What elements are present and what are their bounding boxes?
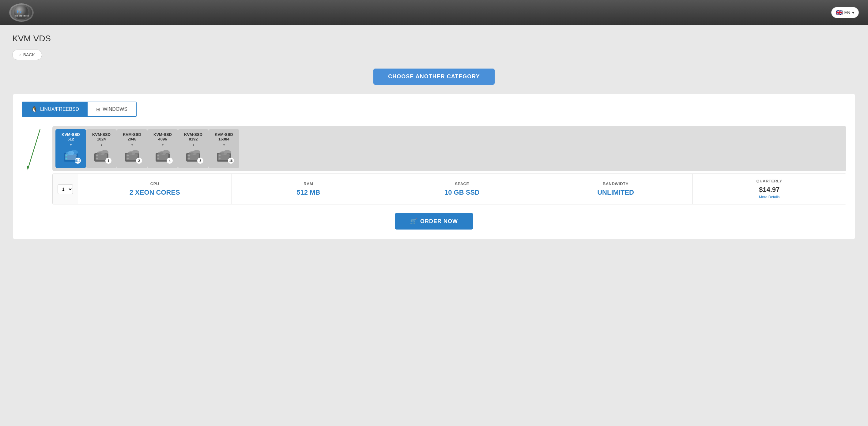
ram-cell: RAM 512 MB xyxy=(232,174,385,204)
plan-badge-512: 512 xyxy=(75,158,81,164)
logo-inner: hz hostzealot xyxy=(11,5,32,21)
plan-badge-16384: 16 xyxy=(228,158,234,164)
plan-cards-container: KVM-SSD 512 ▾ xyxy=(52,126,846,171)
svg-point-42 xyxy=(189,152,193,155)
plan-chevron-4096: ▾ xyxy=(162,143,163,146)
language-selector[interactable]: 🇬🇧 EN ▾ xyxy=(831,7,859,18)
back-button[interactable]: ‹ BACK xyxy=(12,50,42,60)
space-label: SPACE xyxy=(455,182,469,186)
plan-card-512[interactable]: KVM-SSD 512 ▾ xyxy=(56,129,86,168)
plan-card-8192[interactable]: KVM-SSD 8192 ▾ xyxy=(178,129,209,168)
cpu-value: 2 XEON CORES xyxy=(129,189,180,196)
plan-icon-wrap-512: 512 xyxy=(60,148,82,165)
quantity-stepper[interactable]: 1 2 3 4 5 xyxy=(58,184,73,194)
plan-chevron-8192: ▾ xyxy=(193,143,194,146)
svg-point-20 xyxy=(96,158,98,159)
svg-point-52 xyxy=(219,158,220,159)
tab-windows[interactable]: ⊞ WINDOWS xyxy=(88,102,136,116)
chevron-down-icon: ▾ xyxy=(852,10,854,15)
plan-card-1024[interactable]: KVM-SSD 1024 ▾ xyxy=(86,129,117,168)
svg-point-34 xyxy=(158,152,163,155)
arrow-svg xyxy=(22,126,46,175)
plan-icon-wrap-8192: 8 xyxy=(183,148,204,165)
os-tabs: 🐧 LINUX/FREEBSD ⊞ WINDOWS xyxy=(22,102,136,117)
back-arrow-icon: ‹ xyxy=(19,52,21,57)
logo-svg: hz hostzealot xyxy=(13,6,29,19)
cart-icon: 🛒 xyxy=(410,218,417,225)
plan-card-4096[interactable]: KVM-SSD 4096 ▾ xyxy=(147,129,178,168)
plan-name-512: KVM-SSD 512 xyxy=(62,132,80,141)
order-now-button[interactable]: 🛒 ORDER NOW xyxy=(395,213,473,230)
svg-point-36 xyxy=(157,158,159,159)
plan-name-1024: KVM-SSD 1024 xyxy=(92,132,111,141)
plan-name-8192: KVM-SSD 8192 xyxy=(184,132,203,141)
flag-icon: 🇬🇧 xyxy=(836,9,843,16)
category-btn-container: CHOOSE ANOTHER CATEGORY xyxy=(12,69,856,85)
svg-text:hz: hz xyxy=(17,9,22,14)
qty-cell: 1 2 3 4 5 xyxy=(53,174,78,204)
back-label: BACK xyxy=(23,52,35,57)
choose-category-button[interactable]: CHOOSE ANOTHER CATEGORY xyxy=(373,69,494,85)
plan-name-2048: KVM-SSD 2048 xyxy=(123,132,141,141)
plan-card-16384[interactable]: KVM-SSD 16384 ▾ xyxy=(209,129,239,168)
svg-point-44 xyxy=(188,158,190,159)
svg-point-18 xyxy=(97,152,102,155)
plan-selector-area: KVM-SSD 512 ▾ xyxy=(22,126,846,204)
bandwidth-label: BANDWIDTH xyxy=(603,182,629,186)
svg-point-12 xyxy=(66,158,67,159)
space-value: 10 GB SSD xyxy=(444,189,479,196)
tab-windows-label: WINDOWS xyxy=(103,106,127,112)
logo: hz hostzealot xyxy=(9,3,34,22)
svg-point-51 xyxy=(219,155,220,156)
specs-row: 1 2 3 4 5 CPU 2 XEON CORES RAM 512 MB xyxy=(52,173,846,204)
plan-chevron-512: ▾ xyxy=(70,143,72,146)
plan-name-4096: KVM-SSD 4096 xyxy=(153,132,172,141)
tab-linux[interactable]: 🐧 LINUX/FREEBSD xyxy=(22,102,88,116)
windows-icon: ⊞ xyxy=(96,106,100,112)
logo-circle: hz hostzealot xyxy=(9,3,34,22)
header: hz hostzealot 🇬🇧 EN ▾ xyxy=(0,0,868,25)
plan-badge-1024: 1 xyxy=(105,158,112,164)
svg-text:hostzealot: hostzealot xyxy=(15,15,29,17)
svg-point-26 xyxy=(127,152,132,155)
lang-label: EN xyxy=(844,10,850,15)
svg-point-43 xyxy=(188,155,190,156)
price-label: QUARTERLY xyxy=(756,179,782,183)
svg-point-11 xyxy=(66,155,67,156)
tab-linux-label: LINUX/FREEBSD xyxy=(40,106,79,112)
cpu-label: CPU xyxy=(150,182,159,186)
plan-badge-2048: 2 xyxy=(136,158,142,164)
cpu-cell: CPU 2 XEON CORES xyxy=(78,174,232,204)
plan-icon-wrap-2048: 2 xyxy=(121,148,143,165)
price-cell: QUARTERLY $14.97 More Details xyxy=(692,174,846,204)
plan-icon-wrap-4096: 4 xyxy=(152,148,173,165)
svg-marker-4 xyxy=(27,166,29,170)
bandwidth-value: UNLIMITED xyxy=(597,189,634,196)
svg-point-28 xyxy=(127,158,129,159)
plans-row: KVM-SSD 512 ▾ xyxy=(52,126,846,204)
plan-chevron-2048: ▾ xyxy=(131,143,133,146)
arrow-area xyxy=(22,126,46,175)
svg-point-35 xyxy=(157,155,159,156)
page-title: KVM VDS xyxy=(12,34,856,43)
page-content: KVM VDS ‹ BACK CHOOSE ANOTHER CATEGORY 🐧… xyxy=(0,25,868,248)
svg-point-50 xyxy=(219,152,224,155)
plan-icon-wrap-1024: 1 xyxy=(91,148,112,165)
plan-chevron-1024: ▾ xyxy=(101,143,102,146)
plan-name-16384: KVM-SSD 16384 xyxy=(215,132,233,141)
plan-chevron-16384: ▾ xyxy=(223,143,225,146)
plan-badge-8192: 8 xyxy=(197,158,204,164)
plan-card-2048[interactable]: KVM-SSD 2048 ▾ xyxy=(117,129,147,168)
space-cell: SPACE 10 GB SSD xyxy=(385,174,539,204)
plan-icon-wrap-16384: 16 xyxy=(213,148,235,165)
svg-line-3 xyxy=(28,129,40,169)
svg-point-10 xyxy=(66,152,71,155)
order-btn-container: 🛒 ORDER NOW xyxy=(22,213,846,230)
plan-badge-4096: 4 xyxy=(166,158,173,164)
order-btn-label: ORDER NOW xyxy=(420,218,458,225)
more-details-link[interactable]: More Details xyxy=(759,195,779,199)
ram-label: RAM xyxy=(304,182,313,186)
main-card: 🐧 LINUX/FREEBSD ⊞ WINDOWS xyxy=(12,94,856,239)
ram-value: 512 MB xyxy=(297,189,320,196)
svg-point-27 xyxy=(127,155,129,156)
